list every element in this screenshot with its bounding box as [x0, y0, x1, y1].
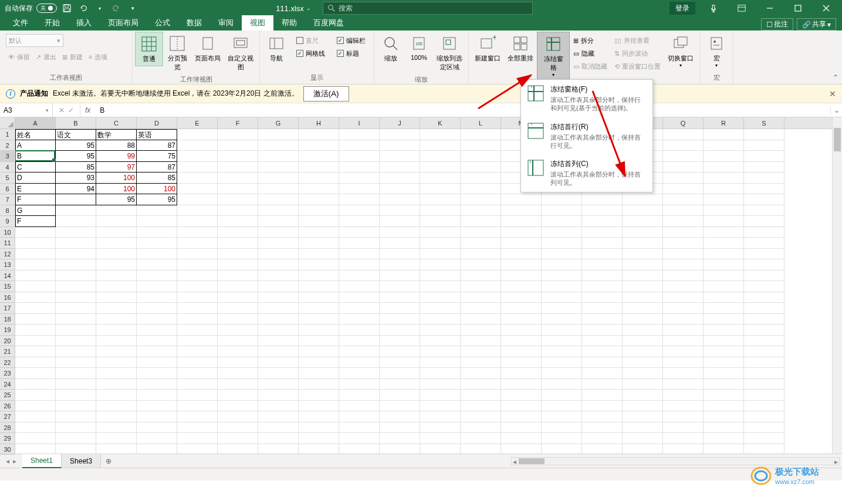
cell[interactable] [461, 162, 501, 173]
cell[interactable] [15, 422, 56, 434]
cell[interactable] [177, 401, 218, 412]
cell[interactable] [623, 401, 663, 412]
freeze-panes-button[interactable]: *冻结窗格▾ [537, 32, 570, 80]
cell[interactable] [461, 259, 501, 270]
cell[interactable] [663, 151, 704, 162]
cell[interactable] [380, 140, 420, 151]
cell[interactable] [704, 422, 744, 434]
cell[interactable] [380, 184, 420, 195]
cell[interactable] [542, 314, 582, 325]
cell[interactable] [501, 324, 542, 336]
cell[interactable] [380, 411, 420, 422]
cell[interactable] [461, 379, 501, 390]
maximize-icon[interactable] [784, 0, 811, 16]
cell[interactable] [744, 270, 784, 282]
cell[interactable] [704, 292, 744, 303]
cell[interactable] [663, 292, 704, 303]
row-header[interactable]: 19 [0, 324, 15, 336]
exit-button[interactable]: ↗退出 [33, 50, 59, 63]
cell[interactable]: 95 [137, 194, 177, 205]
cell[interactable] [137, 249, 177, 260]
cell[interactable] [542, 346, 582, 357]
cell[interactable] [744, 324, 784, 336]
hide-button[interactable]: ▭隐藏 [571, 47, 610, 60]
cell[interactable] [177, 172, 218, 184]
side-by-side-button[interactable]: ▯▯并排查看 [612, 34, 663, 47]
cell[interactable] [663, 184, 704, 195]
row-header[interactable]: 10 [0, 227, 15, 238]
cell[interactable] [582, 292, 623, 303]
cell[interactable] [623, 346, 663, 357]
row-header[interactable]: 24 [0, 379, 15, 390]
cell[interactable] [299, 249, 339, 260]
qat-customize-icon[interactable]: ▾ [126, 2, 139, 15]
cell[interactable] [96, 379, 137, 390]
cell[interactable] [56, 422, 96, 434]
cell[interactable] [96, 281, 137, 292]
cell[interactable] [177, 336, 218, 347]
cell[interactable] [339, 151, 380, 162]
row-header[interactable]: 18 [0, 314, 15, 325]
cell[interactable] [96, 259, 137, 270]
cell[interactable] [704, 390, 744, 401]
search-input[interactable]: 搜索 [323, 2, 533, 15]
cell[interactable] [339, 433, 380, 444]
cell[interactable] [177, 281, 218, 292]
cell[interactable] [218, 194, 258, 205]
cell[interactable] [299, 184, 339, 195]
cell[interactable] [744, 216, 784, 227]
cell[interactable] [96, 303, 137, 314]
cell[interactable] [15, 303, 56, 314]
cell[interactable] [420, 194, 461, 205]
cell[interactable] [461, 238, 501, 249]
tab-home[interactable]: 开始 [36, 15, 68, 31]
cell[interactable] [258, 151, 299, 162]
vertical-scrollbar[interactable] [832, 117, 842, 454]
enter-icon[interactable]: ✓ [68, 106, 74, 114]
cell[interactable] [704, 184, 744, 195]
cell[interactable] [380, 216, 420, 227]
close-icon[interactable] [813, 0, 840, 16]
tab-insert[interactable]: 插入 [68, 15, 100, 31]
cell[interactable] [56, 292, 96, 303]
cell[interactable] [420, 140, 461, 151]
undo-icon[interactable] [77, 2, 90, 15]
cell[interactable] [704, 205, 744, 217]
sheet-prev-icon[interactable]: ◂ [6, 457, 9, 465]
cell[interactable] [299, 314, 339, 325]
cell[interactable] [137, 379, 177, 390]
tab-help[interactable]: 帮助 [273, 15, 305, 31]
cell[interactable] [258, 162, 299, 173]
undo-dropdown-icon[interactable]: ▾ [93, 2, 106, 15]
cell[interactable] [258, 129, 299, 140]
cell[interactable] [218, 172, 258, 184]
cell[interactable] [299, 444, 339, 454]
cell[interactable] [258, 433, 299, 444]
cell[interactable] [461, 303, 501, 314]
cell[interactable] [299, 227, 339, 238]
cell[interactable] [56, 216, 96, 227]
row-header[interactable]: 20 [0, 336, 15, 347]
cell[interactable]: F [15, 194, 56, 205]
cell[interactable] [542, 336, 582, 347]
cell[interactable] [542, 270, 582, 282]
cell[interactable]: 95 [96, 194, 137, 205]
row-header[interactable]: 16 [0, 292, 15, 303]
cell[interactable] [420, 151, 461, 162]
cell[interactable] [299, 205, 339, 217]
cell[interactable] [461, 184, 501, 195]
cell[interactable] [96, 336, 137, 347]
cell[interactable] [542, 411, 582, 422]
tab-review[interactable]: 审阅 [210, 15, 242, 31]
cell[interactable] [663, 140, 704, 151]
cell[interactable] [339, 411, 380, 422]
cell[interactable] [704, 336, 744, 347]
cell[interactable] [582, 270, 623, 282]
cell[interactable] [501, 238, 542, 249]
cell[interactable] [339, 346, 380, 357]
cell[interactable] [704, 411, 744, 422]
cell[interactable]: 100 [96, 184, 137, 195]
cell[interactable] [299, 411, 339, 422]
cell[interactable]: 姓名 [15, 129, 56, 140]
cell[interactable] [218, 324, 258, 336]
